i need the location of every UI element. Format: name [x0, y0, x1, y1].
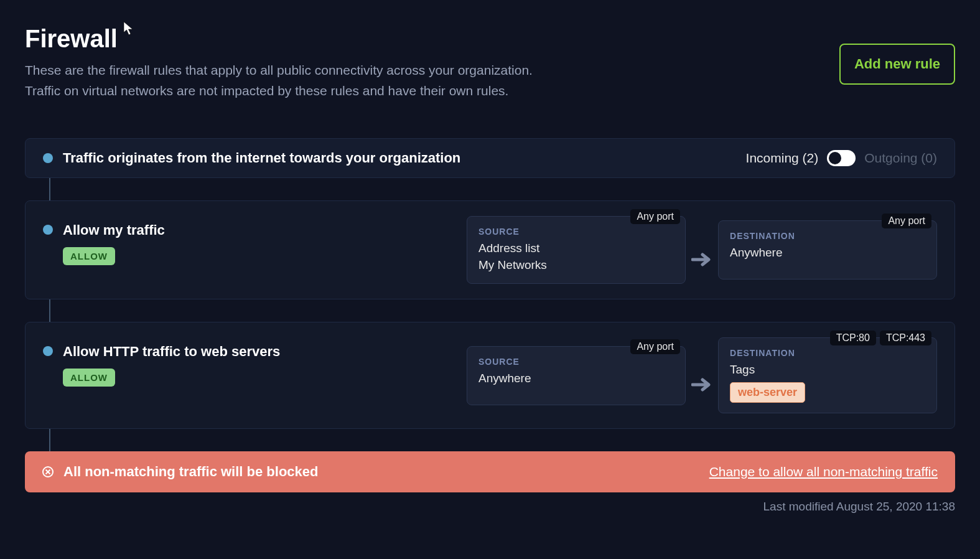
- outgoing-count-label: Outgoing (0): [864, 151, 937, 166]
- default-policy-message: All non-matching traffic will be blocked: [63, 464, 318, 480]
- port-badge: Any port: [630, 339, 680, 354]
- page-title: Firewall: [25, 25, 533, 53]
- timeline-dot-icon: [43, 346, 53, 356]
- action-badge: ALLOW: [63, 247, 115, 265]
- action-badge: ALLOW: [63, 369, 115, 387]
- page-description: These are the firewall rules that apply …: [25, 60, 533, 101]
- destination-box: TCP:80 TCP:443 DESTINATION Tags web-serv…: [718, 337, 937, 413]
- rule-name: Allow my traffic: [63, 222, 165, 238]
- destination-type: Anywhere: [730, 245, 925, 261]
- firewall-rule[interactable]: Allow HTTP traffic to web servers ALLOW …: [25, 322, 955, 429]
- direction-summary: Traffic originates from the internet tow…: [63, 150, 460, 166]
- direction-section: Traffic originates from the internet tow…: [25, 138, 955, 178]
- arrow-right-icon: [691, 377, 712, 392]
- direction-toggle[interactable]: [827, 150, 856, 166]
- source-type: Address list: [478, 240, 674, 257]
- destination-type: Tags: [730, 362, 925, 378]
- add-new-rule-button[interactable]: Add new rule: [839, 44, 955, 85]
- port-badge: TCP:80: [830, 331, 876, 345]
- source-type: Anywhere: [478, 370, 674, 387]
- tag-pill: web-server: [730, 382, 805, 403]
- source-value: My Networks: [478, 257, 674, 274]
- source-box: Any port SOURCE Address list My Networks: [467, 216, 686, 284]
- arrow-right-icon: [691, 252, 712, 267]
- firewall-rule[interactable]: Allow my traffic ALLOW Any port SOURCE A…: [25, 200, 955, 299]
- endpoint-label: DESTINATION: [730, 231, 925, 241]
- timeline-dot-icon: [43, 153, 53, 163]
- port-badge: Any port: [882, 214, 931, 228]
- endpoint-label: DESTINATION: [730, 348, 925, 358]
- destination-box: Any port DESTINATION Anywhere: [718, 220, 937, 280]
- default-policy-bar: All non-matching traffic will be blocked…: [25, 451, 955, 492]
- block-icon: [42, 466, 54, 477]
- timeline-dot-icon: [43, 225, 53, 235]
- source-box: Any port SOURCE Anywhere: [467, 346, 686, 405]
- port-badge: Any port: [630, 209, 680, 224]
- page-header: Firewall These are the firewall rules th…: [25, 25, 955, 101]
- rule-name: Allow HTTP traffic to web servers: [63, 344, 280, 360]
- endpoint-label: SOURCE: [478, 357, 674, 367]
- cursor-icon: [123, 21, 134, 36]
- change-default-policy-link[interactable]: Change to allow all non-matching traffic: [709, 464, 938, 479]
- incoming-count-label: Incoming (2): [746, 151, 819, 166]
- port-badge: TCP:443: [880, 331, 931, 345]
- last-modified-label: Last modified August 25, 2020 11:38: [25, 500, 955, 514]
- endpoint-label: SOURCE: [478, 227, 674, 237]
